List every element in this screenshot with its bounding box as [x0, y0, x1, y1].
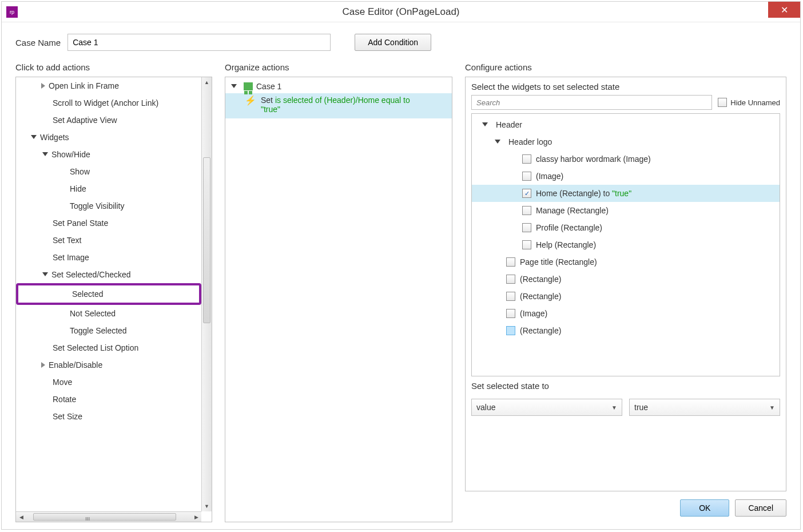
organize-column: Organize actions Case 1 ⚡ Set is selecte… — [225, 62, 452, 522]
checkbox[interactable] — [506, 275, 515, 284]
action-hide[interactable]: Hide — [16, 180, 201, 197]
organize-action-text: Set is selected of (Header)/Home equal t… — [261, 96, 410, 114]
tree-image-2[interactable]: (Image) — [472, 305, 780, 322]
hide-unnamed-label: Hide Unnamed — [730, 98, 780, 107]
tree-image-1[interactable]: (Image) — [472, 168, 780, 185]
content: Case Name Add Condition Click to add act… — [2, 22, 800, 529]
checkbox[interactable] — [522, 206, 531, 215]
checkbox[interactable] — [506, 292, 515, 301]
action-open-link-frame[interactable]: Open Link in Frame — [16, 77, 201, 94]
tree-rect-3[interactable]: (Rectangle) — [472, 322, 780, 339]
hide-unnamed-option[interactable]: Hide Unnamed — [718, 98, 780, 107]
chevron-down-icon — [42, 152, 48, 156]
action-set-text[interactable]: Set Text — [16, 232, 201, 249]
configure-prompt: Select the widgets to set selected state — [471, 82, 780, 92]
close-icon: ✕ — [781, 5, 788, 15]
configure-panel: Select the widgets to set selected state… — [465, 77, 786, 491]
widget-tree[interactable]: Header Header logo classy harbor wordmar… — [471, 113, 780, 376]
chevron-down-icon: ▼ — [611, 404, 617, 411]
state-label: Set selected state to — [471, 381, 780, 391]
checkbox-focused[interactable] — [506, 326, 515, 335]
scroll-down-icon[interactable]: ▼ — [202, 501, 212, 511]
action-widgets[interactable]: Widgets — [16, 129, 201, 146]
scroll-thumb-h[interactable]: ııı — [33, 513, 176, 521]
action-set-size[interactable]: Set Size — [16, 408, 201, 425]
actions-title: Click to add actions — [15, 62, 212, 72]
state-value-select[interactable]: true▼ — [629, 399, 780, 416]
action-show-hide[interactable]: Show/Hide — [16, 146, 201, 163]
action-toggle-selected[interactable]: Toggle Selected — [16, 322, 201, 339]
scroll-right-icon[interactable]: ▶ — [191, 512, 201, 522]
tree-rect-1[interactable]: (Rectangle) — [472, 271, 780, 288]
selected-highlight: Selected — [16, 283, 201, 305]
action-rotate[interactable]: Rotate — [16, 391, 201, 408]
case-name-input[interactable] — [67, 34, 331, 51]
window-title: Case Editor (OnPageLoad) — [2, 6, 800, 18]
action-not-selected[interactable]: Not Selected — [16, 305, 201, 322]
case-editor-window: rp Case Editor (OnPageLoad) ✕ Case Name … — [1, 1, 801, 530]
action-scroll-widget[interactable]: Scroll to Widget (Anchor Link) — [16, 94, 201, 112]
tree-page-title[interactable]: Page title (Rectangle) — [472, 253, 780, 271]
titlebar: rp Case Editor (OnPageLoad) ✕ — [2, 2, 800, 22]
configure-title: Configure actions — [465, 62, 786, 72]
tree-profile[interactable]: Profile (Rectangle) — [472, 219, 780, 236]
chevron-right-icon — [41, 83, 45, 89]
checkbox[interactable] — [506, 257, 515, 267]
tree-rect-2[interactable]: (Rectangle) — [472, 288, 780, 305]
hide-unnamed-checkbox[interactable] — [718, 98, 727, 107]
app-icon: rp — [6, 6, 18, 18]
actions-horizontal-scrollbar[interactable]: ◀ ııı ▶ — [16, 511, 201, 522]
organize-action[interactable]: ⚡ Set is selected of (Header)/Home equal… — [225, 93, 452, 118]
checkbox[interactable] — [506, 309, 515, 318]
organize-panel[interactable]: Case 1 ⚡ Set is selected of (Header)/Hom… — [225, 77, 452, 522]
chevron-down-icon — [495, 140, 500, 144]
chevron-down-icon — [42, 272, 48, 276]
case-icon — [244, 82, 253, 90]
scroll-left-icon[interactable]: ◀ — [16, 512, 26, 522]
chevron-down-icon — [31, 135, 37, 139]
tree-header-logo[interactable]: Header logo — [472, 133, 780, 150]
state-type-select[interactable]: value▼ — [471, 399, 622, 416]
checkbox[interactable] — [522, 154, 531, 164]
action-set-list-option[interactable]: Set Selected List Option — [16, 339, 201, 356]
organize-title: Organize actions — [225, 62, 452, 72]
tree-home[interactable]: Home (Rectangle) to "true" — [472, 185, 780, 202]
chevron-down-icon — [482, 122, 488, 126]
actions-tree[interactable]: Open Link in Frame Scroll to Widget (Anc… — [16, 77, 201, 511]
tree-header[interactable]: Header — [472, 116, 780, 133]
scroll-thumb[interactable] — [203, 157, 210, 323]
scroll-up-icon[interactable]: ▲ — [202, 77, 212, 88]
actions-vertical-scrollbar[interactable]: ▲ ▼ — [201, 77, 212, 511]
actions-column: Click to add actions Open Link in Frame … — [15, 62, 212, 522]
action-selected[interactable]: Selected — [18, 285, 199, 303]
tree-manage[interactable]: Manage (Rectangle) — [472, 202, 780, 219]
checkbox[interactable] — [522, 240, 531, 249]
configure-column: Configure actions Select the widgets to … — [465, 62, 786, 522]
action-show[interactable]: Show — [16, 163, 201, 180]
cancel-button[interactable]: Cancel — [735, 499, 786, 517]
organize-case[interactable]: Case 1 — [225, 77, 452, 93]
action-set-selected-checked[interactable]: Set Selected/Checked — [16, 266, 201, 283]
close-button[interactable]: ✕ — [768, 2, 800, 18]
ok-button[interactable]: OK — [680, 499, 729, 517]
chevron-down-icon: ▼ — [769, 404, 775, 411]
chevron-right-icon — [41, 362, 45, 368]
action-toggle-visibility[interactable]: Toggle Visibility — [16, 197, 201, 215]
dialog-footer: OK Cancel — [465, 491, 786, 522]
three-columns: Click to add actions Open Link in Frame … — [15, 62, 786, 522]
action-enable-disable[interactable]: Enable/Disable — [16, 356, 201, 374]
case-name-label: Case Name — [15, 38, 61, 47]
action-move[interactable]: Move — [16, 374, 201, 391]
checkbox-checked[interactable] — [522, 189, 531, 198]
checkbox[interactable] — [522, 223, 531, 232]
action-set-panel-state[interactable]: Set Panel State — [16, 215, 201, 232]
action-set-adaptive[interactable]: Set Adaptive View — [16, 112, 201, 129]
widget-search-input[interactable] — [471, 95, 712, 110]
checkbox[interactable] — [522, 172, 531, 181]
action-set-image[interactable]: Set Image — [16, 249, 201, 266]
tree-help[interactable]: Help (Rectangle) — [472, 236, 780, 253]
tree-wordmark[interactable]: classy harbor wordmark (Image) — [472, 150, 780, 168]
organize-case-label: Case 1 — [256, 82, 281, 91]
state-row: value▼ true▼ — [471, 399, 780, 416]
add-condition-button[interactable]: Add Condition — [355, 34, 431, 51]
